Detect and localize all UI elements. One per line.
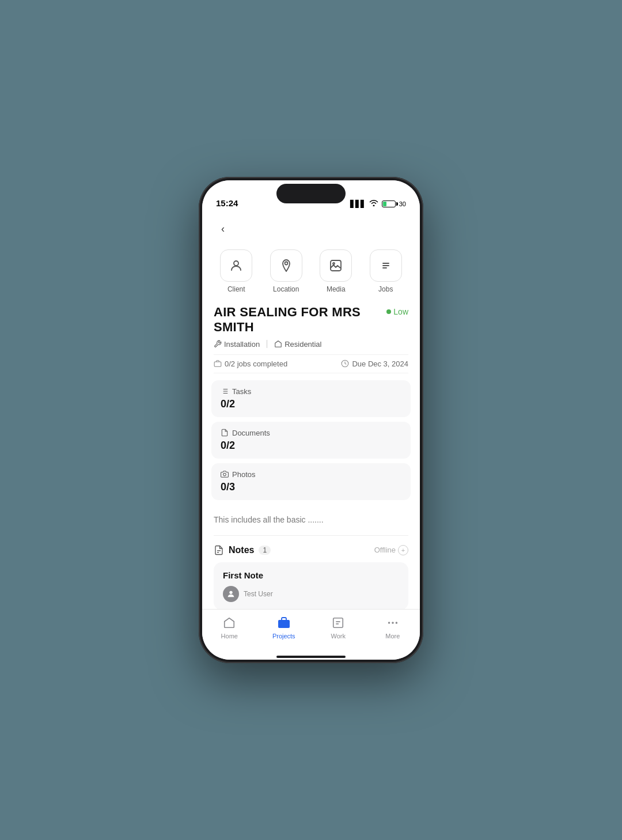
type-tag: Installation [214, 340, 260, 349]
screen-content: ‹ Client [202, 213, 420, 609]
avatar-icon [226, 589, 236, 599]
svg-rect-7 [214, 362, 221, 366]
tab-bar: Home Projects [202, 609, 420, 656]
avatar [223, 586, 239, 602]
location-label: Location [273, 285, 299, 293]
svg-point-25 [392, 622, 393, 623]
battery-level: 30 [399, 200, 406, 207]
tasks-icon [221, 387, 229, 395]
priority-badge: Low [386, 307, 408, 316]
svg-rect-20 [278, 620, 290, 628]
back-button[interactable]: ‹ [214, 220, 232, 238]
photos-label: Photos [232, 470, 255, 479]
svg-point-1 [285, 262, 287, 265]
documents-header: Documents [221, 429, 401, 437]
clock-icon [341, 360, 349, 368]
due-date: Due Dec 3, 2024 [352, 360, 408, 368]
client-label: Client [227, 285, 245, 293]
photos-value: 0/3 [221, 481, 401, 493]
svg-point-18 [229, 591, 232, 593]
svg-point-26 [396, 622, 397, 623]
media-icon [329, 259, 343, 273]
dynamic-island [276, 184, 346, 203]
notes-header: Notes 1 Offline + [214, 545, 408, 555]
notes-count: 1 [259, 546, 271, 555]
back-chevron-icon: ‹ [221, 223, 225, 235]
description-section: This includes all the basic ....... [202, 505, 420, 526]
projects-tab-icon [276, 615, 291, 630]
tasks-header: Tasks [221, 387, 401, 396]
documents-label: Documents [232, 429, 270, 437]
nav-item-jobs[interactable]: Jobs [370, 249, 402, 293]
work-tab-label: Work [331, 633, 346, 640]
signal-icon: ▋▋▋ [350, 200, 366, 208]
tasks-value: 0/2 [221, 398, 401, 410]
home-bar [276, 656, 346, 658]
note-meta: Test User [223, 586, 399, 602]
note-card[interactable]: First Note Test User [214, 562, 408, 609]
priority-dot [386, 309, 391, 314]
media-label: Media [327, 285, 346, 293]
tab-projects[interactable]: Projects [267, 615, 301, 640]
offline-label: Offline [374, 546, 396, 554]
description-text: This includes all the basic ....... [214, 514, 408, 526]
home-indicator [202, 656, 420, 660]
svg-point-3 [333, 263, 335, 264]
project-title: AIR SEALING FOR MRS SMITH [214, 305, 386, 335]
tag-divider [267, 340, 267, 348]
tab-work[interactable]: Work [321, 615, 355, 640]
due-date-meta: Due Dec 3, 2024 [341, 360, 408, 368]
location-icon-box [270, 249, 302, 282]
category-label: Residential [285, 340, 321, 349]
status-time: 15:24 [216, 198, 238, 208]
svg-point-24 [388, 622, 389, 623]
home-tab-icon [222, 615, 237, 630]
photos-card[interactable]: Photos 0/3 [211, 463, 411, 500]
nav-item-client[interactable]: Client [220, 249, 252, 293]
jobs-completed: 0/2 jobs completed [225, 360, 287, 368]
location-icon [279, 259, 293, 273]
jobs-icon [379, 259, 393, 273]
media-icon-box [320, 249, 352, 282]
tab-home[interactable]: Home [212, 615, 246, 640]
status-icons: ▋▋▋ 30 [350, 199, 406, 208]
svg-rect-21 [333, 618, 343, 628]
nav-item-media[interactable]: Media [320, 249, 352, 293]
work-tab-icon [331, 615, 346, 630]
documents-value: 0/2 [221, 440, 401, 452]
section-divider [214, 535, 408, 536]
jobs-meta-icon [214, 360, 222, 368]
project-section: AIR SEALING FOR MRS SMITH Low Installati… [202, 298, 420, 373]
tasks-card[interactable]: Tasks 0/2 [211, 380, 411, 417]
svg-point-0 [234, 261, 238, 266]
document-icon [221, 429, 229, 437]
offline-button[interactable]: Offline + [374, 545, 408, 555]
type-label: Installation [224, 340, 260, 349]
jobs-icon-box [370, 249, 402, 282]
quick-nav: Client Location [202, 243, 420, 298]
stats-section: Tasks 0/2 Documents 0/2 [202, 380, 420, 500]
svg-rect-2 [331, 260, 341, 271]
person-icon [229, 259, 243, 273]
nav-item-location[interactable]: Location [270, 249, 302, 293]
offline-circle-icon: + [398, 545, 408, 555]
category-tag: Residential [274, 340, 321, 349]
tasks-label: Tasks [232, 387, 251, 396]
jobs-meta: 0/2 jobs completed [214, 360, 287, 368]
jobs-label: Jobs [378, 285, 393, 293]
note-author: Test User [244, 590, 273, 598]
battery-icon: 30 [382, 200, 406, 207]
notes-title-row: Notes 1 [214, 545, 271, 555]
notes-icon [214, 545, 224, 555]
documents-card[interactable]: Documents 0/2 [211, 422, 411, 459]
more-tab-icon [385, 615, 400, 630]
notes-title: Notes [229, 545, 254, 555]
more-tab-label: More [385, 633, 400, 640]
tab-more[interactable]: More [376, 615, 410, 640]
home-tab-label: Home [221, 633, 238, 640]
client-icon-box [220, 249, 252, 282]
wrench-icon [214, 340, 222, 348]
project-title-row: AIR SEALING FOR MRS SMITH Low [214, 305, 408, 335]
svg-point-15 [223, 474, 226, 476]
priority-label: Low [393, 307, 408, 316]
